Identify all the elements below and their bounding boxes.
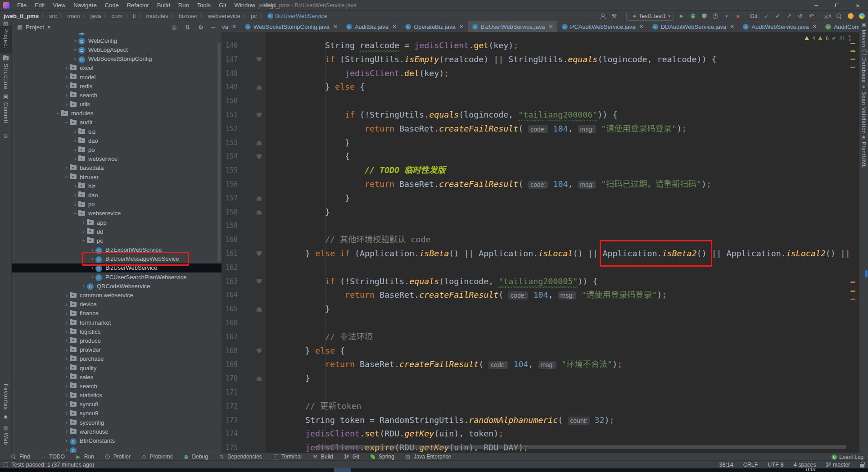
code-line-146[interactable]: String realcode = jedisClient.get(key); [285, 39, 859, 53]
maximize-button[interactable] [827, 0, 847, 11]
tree-item-purchase[interactable]: ›purchase [12, 354, 222, 363]
close-button[interactable]: × [847, 0, 868, 11]
line-number[interactable]: 150 [224, 94, 238, 108]
chevron-collapsed-icon[interactable]: › [63, 292, 70, 299]
menu-view[interactable]: View [49, 0, 69, 11]
line-number[interactable]: 166 [224, 316, 238, 330]
chevron-collapsed-icon[interactable]: › [63, 310, 70, 317]
fold-close-icon[interactable] [257, 376, 262, 381]
code-line-160[interactable]: // 其他环境校验默认 code [285, 233, 859, 247]
code-line-171[interactable] [285, 386, 859, 399]
chevron-collapsed-icon[interactable]: › [63, 319, 70, 326]
line-number[interactable]: 165 [224, 302, 238, 316]
tree-item-utils[interactable]: ›utils [12, 100, 222, 109]
line-number[interactable]: 160 [224, 233, 238, 247]
stripe-tab-bean-validation[interactable]: Bean Validation [861, 91, 867, 134]
prev-next-chevrons[interactable]: ∧∨ [848, 35, 851, 42]
minimize-button[interactable]: ─ [806, 0, 827, 11]
menu-refactor[interactable]: Refactor [123, 0, 153, 11]
line-number[interactable]: 172 [224, 399, 238, 413]
line-number[interactable]: 159 [224, 219, 238, 233]
history-icon[interactable]: ↺ [796, 12, 804, 20]
tree-item-search[interactable]: ›search [12, 91, 222, 100]
tree-item-search[interactable]: ›search [12, 381, 222, 390]
breadcrumb-item[interactable]: com [111, 13, 122, 19]
git-branch-widget[interactable]: master [826, 462, 850, 468]
tree-item-WebConfig[interactable]: ›CWebConfig [12, 36, 222, 45]
line-number[interactable]: 163 [224, 275, 238, 289]
puzzle-icon[interactable]: ▣ [3, 93, 8, 100]
code-line-155[interactable]: // TODO 临时性发版 [285, 163, 859, 177]
chevron-collapsed-icon[interactable]: › [72, 192, 78, 198]
chevron-collapsed-icon[interactable]: › [72, 128, 78, 135]
star-icon[interactable]: ★ [3, 414, 8, 420]
chevron-expanded-icon[interactable]: › [55, 110, 61, 117]
line-number[interactable]: 173 [224, 413, 238, 427]
breadcrumb-item[interactable]: java [90, 13, 101, 19]
line-number[interactable]: 161 [224, 247, 238, 261]
stripe-tab-structure[interactable]: Structure [3, 64, 9, 90]
tree-item-PCUserSearchPlanWebservice[interactable]: ›CPCUserSearchPlanWebservice [12, 272, 222, 281]
line-number[interactable]: 157 [224, 191, 238, 205]
run-config-selector[interactable]: Test1.test1▾ [626, 12, 674, 21]
code-line-147[interactable]: if (StringUtils.isEmpty(realcode) || Str… [285, 53, 859, 67]
chevron-collapsed-icon[interactable]: › [89, 265, 95, 271]
line-number[interactable]: 146 [224, 39, 238, 53]
line-number[interactable]: 153 [224, 136, 238, 150]
chevron-collapsed-icon[interactable]: › [63, 65, 70, 71]
code-line-168[interactable]: } else { [285, 344, 859, 358]
chevron-collapsed-icon[interactable]: › [63, 410, 70, 417]
chevron-collapsed-icon[interactable]: › [72, 183, 78, 189]
chevron-collapsed-icon[interactable]: › [72, 147, 78, 153]
chevron-collapsed-icon[interactable]: › [63, 383, 70, 389]
tree-item-modules[interactable]: ›modules [12, 109, 222, 118]
fold-close-icon[interactable] [257, 85, 262, 90]
globe-icon[interactable]: ◍ [3, 425, 8, 431]
code-line-151[interactable]: if (!StringUtils.equals(logincode, "tail… [285, 108, 859, 122]
chevron-collapsed-icon[interactable]: › [72, 137, 78, 144]
encoding[interactable]: UTF-8 [768, 462, 783, 468]
git-commit-icon[interactable]: ✔ [774, 12, 781, 20]
indent-setting[interactable]: 4 spaces [794, 462, 816, 468]
chevron-collapsed-icon[interactable]: › [72, 37, 78, 44]
tool-button-todo[interactable]: ≡TODO [40, 453, 64, 461]
build-hammer-icon[interactable]: ⚒ [610, 12, 618, 20]
tree-item-biz[interactable]: ›biz [12, 127, 222, 136]
tree-item-syncu9[interactable]: ›syncu9 [12, 409, 222, 418]
inspections-widget[interactable]: 4 6 ✔ 21 ∧∨ [805, 34, 851, 42]
profiler-icon[interactable] [712, 12, 719, 20]
chevron-collapsed-icon[interactable]: › [63, 419, 70, 426]
close-icon[interactable]: ✕ [730, 23, 734, 30]
git-push-icon[interactable]: ↗ [785, 12, 792, 20]
caret-position[interactable]: 38:14 [719, 462, 733, 468]
tool-button-debug[interactable]: Debug [183, 453, 208, 461]
tree-item-po[interactable]: ›po [12, 200, 222, 209]
chevron-collapsed-icon[interactable]: › [63, 438, 70, 444]
line-number[interactable]: 149 [224, 80, 238, 94]
chevron-collapsed-icon[interactable]: › [72, 56, 78, 62]
menu-run[interactable]: Run [174, 0, 193, 11]
code-line-166[interactable] [285, 316, 859, 330]
code-line-165[interactable]: } [285, 302, 859, 316]
code-line-161[interactable]: } else if (Application.isBeta() || Appli… [285, 247, 859, 261]
line-number[interactable]: 162 [224, 261, 238, 275]
tree-item-dao[interactable]: ›dao [12, 191, 222, 200]
chevron-collapsed-icon[interactable]: › [63, 428, 70, 435]
chevron-expanded-icon[interactable]: › [63, 174, 70, 180]
tree-item-produce[interactable]: ›produce [12, 336, 222, 345]
code-line-148[interactable]: jedisClient.del(key); [285, 67, 859, 81]
close-icon[interactable]: ✕ [333, 23, 338, 30]
close-icon[interactable]: ✕ [812, 23, 817, 30]
tool-button-run[interactable]: ▶Run [75, 453, 94, 461]
line-number[interactable]: 167 [224, 330, 238, 344]
tree-item-common.webservice[interactable]: ›common.webservice [12, 290, 222, 300]
database-icon[interactable] [861, 50, 866, 55]
chevron-collapsed-icon[interactable]: › [63, 92, 70, 98]
breadcrumb-leaf[interactable]: BizUserWebService [276, 13, 327, 19]
line-number[interactable]: 170 [224, 372, 238, 386]
stripe-tab-favorites[interactable]: Favorites [3, 384, 9, 410]
search-everywhere-icon[interactable] [836, 12, 843, 20]
git-update-icon[interactable]: ↙ [763, 12, 770, 20]
event-log-button[interactable]: 6 Event Log [832, 453, 863, 461]
stripe-mark[interactable] [850, 50, 855, 52]
